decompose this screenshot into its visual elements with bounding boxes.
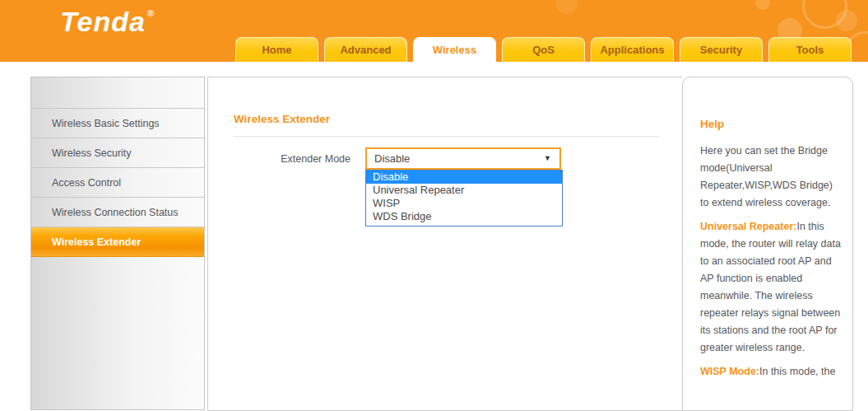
tab-home[interactable]: Home [235, 37, 318, 62]
tab-tools[interactable]: Tools [768, 37, 852, 62]
header: Tenda® Home Advanced Wireless QoS Applic… [0, 0, 868, 62]
logo-text: Tenda [60, 6, 146, 37]
help-paragraph-wisp-mode: WISP Mode:In this mode, the [700, 363, 842, 381]
option-universal-repeater[interactable]: Universal Repeater [366, 184, 562, 197]
help-text: In this mode, the [759, 366, 835, 377]
tab-applications[interactable]: Applications [591, 37, 674, 62]
sidebar-item-wireless-basic-settings[interactable]: Wireless Basic Settings [31, 109, 204, 138]
nav-tabs: Home Advanced Wireless QoS Applications … [235, 37, 852, 62]
help-panel: Help Here you can set the Bridge mode(Un… [682, 77, 853, 411]
extender-mode-select[interactable]: Disable ▼ [365, 147, 561, 170]
sidebar-spacer [31, 77, 204, 109]
option-wisp[interactable]: WISP [366, 197, 562, 210]
help-text: Here you can set the Bridge mode(Univers… [700, 145, 833, 208]
sidebar-item-wireless-connection-status[interactable]: Wireless Connection Status [31, 198, 204, 227]
tab-security[interactable]: Security [680, 37, 763, 62]
help-body: Here you can set the Bridge mode(Univers… [700, 142, 842, 381]
page-title: Wireless Extender [234, 113, 330, 125]
help-lead-wisp-mode: WISP Mode: [700, 366, 759, 377]
option-disable[interactable]: Disable [366, 170, 562, 184]
help-lead-universal-repeater: Universal Repeater: [700, 221, 796, 232]
main-panel: Wireless Extender Extender Mode Disable … [207, 77, 682, 411]
select-value: Disable [374, 152, 410, 165]
registered-mark: ® [147, 8, 155, 18]
tenda-logo: Tenda® [60, 6, 155, 38]
sidebar-item-access-control[interactable]: Access Control [31, 168, 204, 198]
tab-wireless[interactable]: Wireless [413, 37, 496, 62]
tab-qos[interactable]: QoS [502, 37, 585, 62]
tab-advanced[interactable]: Advanced [324, 37, 407, 62]
help-text: In this mode, the router will relay data… [700, 221, 841, 353]
help-paragraph-intro: Here you can set the Bridge mode(Univers… [700, 142, 842, 212]
page: Tenda® Home Advanced Wireless QoS Applic… [0, 0, 868, 411]
decorative-bubble-icon [556, 0, 578, 14]
sidebar-item-wireless-security[interactable]: Wireless Security [31, 138, 204, 168]
sidebar-item-wireless-extender[interactable]: Wireless Extender [31, 227, 204, 257]
decorative-bubble-icon [755, 0, 770, 10]
dropdown-arrow-icon: ▼ [544, 149, 551, 168]
extender-mode-dropdown: Disable Universal Repeater WISP WDS Brid… [365, 170, 563, 227]
sidebar: Wireless Basic Settings Wireless Securit… [30, 77, 205, 410]
option-wds-bridge[interactable]: WDS Bridge [366, 210, 562, 223]
extender-mode-label: Extender Mode [208, 147, 350, 170]
help-title: Help [700, 118, 852, 130]
decorative-bubble-icon [836, 10, 857, 31]
title-divider [234, 136, 659, 137]
help-paragraph-universal-repeater: Universal Repeater:In this mode, the rou… [700, 218, 842, 357]
